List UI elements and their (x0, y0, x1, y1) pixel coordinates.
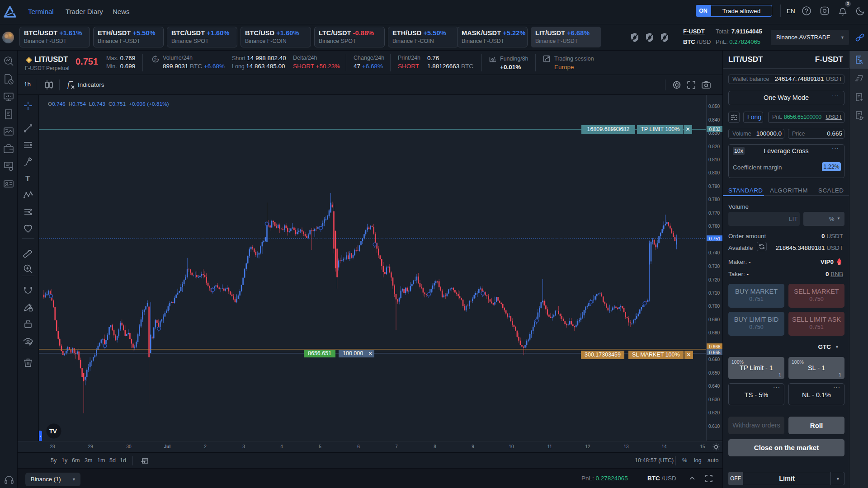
svg-text:T: T (25, 174, 30, 183)
svg-text:TV: TV (49, 428, 57, 435)
svg-text:f: f (67, 81, 71, 89)
svg-text:24: 24 (154, 57, 158, 61)
